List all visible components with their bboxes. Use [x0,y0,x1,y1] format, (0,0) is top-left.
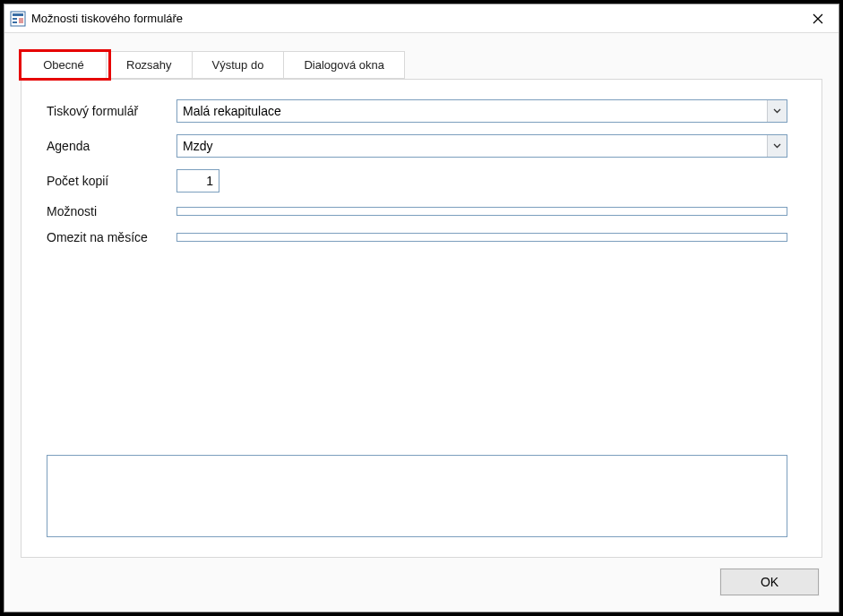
tab-ranges[interactable]: Rozsahy [107,52,193,79]
client-area: Obecné Rozsahy Výstup do Dialogová okna … [4,33,839,612]
svg-rect-4 [19,18,23,23]
tab-dialogs[interactable]: Dialogová okna [284,52,404,79]
window-title: Možnosti tiskového formuláře [31,12,797,25]
combo-print-form[interactable]: Malá rekapitulace [176,99,787,123]
chevron-down-icon [773,143,781,149]
row-limit-months: Omezit na měsíce [47,230,787,244]
combo-agenda[interactable]: Mzdy [176,134,787,158]
tab-page-general: Tiskový formulář Malá rekapitulace Agend… [21,79,822,558]
tabs-wrap: Obecné Rozsahy Výstup do Dialogová okna [21,51,822,79]
label-limit-months: Omezit na měsíce [47,230,176,244]
input-copies[interactable]: 1 [176,169,219,192]
label-options: Možnosti [47,204,176,218]
chevron-down-icon [773,108,781,114]
close-button[interactable] [797,4,839,33]
svg-rect-1 [13,13,23,16]
svg-rect-3 [13,21,17,23]
dialog-window: Možnosti tiskového formuláře Obecné Rozs… [4,4,839,612]
dialog-footer: OK [21,558,822,599]
row-agenda: Agenda Mzdy [47,134,787,158]
label-agenda: Agenda [47,139,176,153]
row-copies: Počet kopií 1 [47,169,787,192]
combo-agenda-value: Mzdy [177,135,767,157]
tab-strip: Obecné Rozsahy Výstup do Dialogová okna [21,51,405,79]
tab-general[interactable]: Obecné [22,52,107,79]
label-print-form: Tiskový formulář [47,104,176,118]
app-icon [10,11,26,27]
svg-rect-2 [13,18,17,20]
label-copies: Počet kopií [47,174,176,188]
close-icon [813,13,823,24]
input-options[interactable] [176,207,787,216]
tab-output-to[interactable]: Výstup do [193,52,285,79]
combo-print-form-button[interactable] [767,100,787,122]
ok-button[interactable]: OK [720,569,819,595]
combo-print-form-value: Malá rekapitulace [177,100,767,122]
combo-agenda-button[interactable] [767,135,787,157]
title-bar: Možnosti tiskového formuláře [4,4,839,33]
row-print-form: Tiskový formulář Malá rekapitulace [47,99,787,123]
row-options: Možnosti [47,204,787,218]
description-box[interactable] [47,455,787,537]
spacer [47,256,787,448]
input-limit-months[interactable] [176,233,787,242]
